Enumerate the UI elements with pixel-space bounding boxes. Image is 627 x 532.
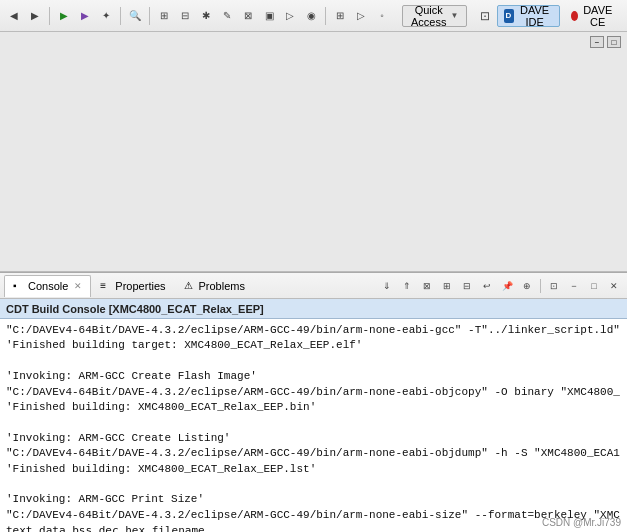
icon-a[interactable]: ⊞ bbox=[154, 6, 174, 26]
console-title: CDT Build Console [XMC4800_ECAT_Relax_EE… bbox=[6, 303, 264, 315]
output-line-10: text data bss dec hex filename bbox=[6, 523, 621, 532]
console-maximize-button[interactable]: □ bbox=[585, 277, 603, 295]
properties-tab-label: Properties bbox=[115, 280, 165, 292]
console-tab-label: Console bbox=[28, 280, 68, 292]
wrap-button[interactable]: ↩ bbox=[478, 277, 496, 295]
minimize-button[interactable]: − bbox=[590, 36, 604, 48]
console-tab-close[interactable]: ✕ bbox=[74, 281, 82, 291]
console-sep bbox=[540, 279, 541, 293]
quick-access-button[interactable]: Quick Access ▼ bbox=[402, 5, 467, 27]
problems-tab-icon: ⚠ bbox=[184, 280, 196, 292]
icon-h[interactable]: ◉ bbox=[301, 6, 321, 26]
console-minimize-button[interactable]: − bbox=[565, 277, 583, 295]
dave-ide-tab[interactable]: D DAVE IDE bbox=[497, 5, 560, 27]
new-console-button[interactable]: ⊕ bbox=[518, 277, 536, 295]
console-title-bar: CDT Build Console [XMC4800_ECAT_Relax_EE… bbox=[0, 299, 627, 319]
search-icon[interactable]: 🔍 bbox=[125, 6, 145, 26]
console-output[interactable]: "C:/DAVEv4-64Bit/DAVE-4.3.2/eclipse/ARM-… bbox=[0, 319, 627, 532]
icon-e[interactable]: ⊠ bbox=[238, 6, 258, 26]
problems-tab-label: Problems bbox=[199, 280, 245, 292]
output-line-5: 'Invoking: ARM-GCC Create Listing' bbox=[6, 431, 621, 446]
output-line-blank1 bbox=[6, 354, 621, 369]
output-line-4: 'Finished building: XMC4800_ECAT_Relax_E… bbox=[6, 400, 621, 415]
output-line-7: 'Finished building: XMC4800_ECAT_Relax_E… bbox=[6, 462, 621, 477]
clear-button[interactable]: ⊠ bbox=[418, 277, 436, 295]
dave-ce-tab[interactable]: DAVE CE bbox=[564, 5, 622, 27]
toolbar-icons-group: ◀ ▶ ▶ ▶ ✦ 🔍 ⊞ ⊟ ✱ ✎ ⊠ ▣ ▷ ◉ ⊞ ▷ ◦ bbox=[4, 6, 392, 26]
sep-3 bbox=[149, 7, 150, 25]
perspective-icon[interactable]: ⊡ bbox=[477, 6, 492, 26]
forward-icon[interactable]: ▶ bbox=[25, 6, 45, 26]
output-line-blank2 bbox=[6, 415, 621, 430]
maximize-button[interactable]: □ bbox=[607, 36, 621, 48]
dave-ide-label: DAVE IDE bbox=[517, 4, 553, 28]
sep-1 bbox=[49, 7, 50, 25]
console-layout-button[interactable]: ⊡ bbox=[545, 277, 563, 295]
quick-access-label: Quick Access bbox=[411, 4, 446, 28]
back-icon[interactable]: ◀ bbox=[4, 6, 24, 26]
icon-g[interactable]: ▷ bbox=[280, 6, 300, 26]
console-action-buttons: ⇓ ⇑ ⊠ ⊞ ⊟ ↩ 📌 ⊕ ⊡ − □ ✕ bbox=[378, 277, 623, 295]
sep-2 bbox=[120, 7, 121, 25]
copy-button[interactable]: ⊞ bbox=[438, 277, 456, 295]
console-close-button[interactable]: ✕ bbox=[605, 277, 623, 295]
properties-tab-icon: ≡ bbox=[100, 280, 112, 292]
run-icon[interactable]: ▶ bbox=[54, 6, 74, 26]
output-line-6: "C:/DAVEv4-64Bit/DAVE-4.3.2/eclipse/ARM-… bbox=[6, 446, 621, 461]
tab-problems[interactable]: ⚠ Problems bbox=[175, 275, 254, 297]
dave-ide-icon: D bbox=[504, 9, 514, 23]
icon-k[interactable]: ◦ bbox=[372, 6, 392, 26]
main-content-area: − □ bbox=[0, 32, 627, 272]
output-line-3: "C:/DAVEv4-64Bit/DAVE-4.3.2/eclipse/ARM-… bbox=[6, 385, 621, 400]
console-panel: ▪ Console ✕ ≡ Properties ⚠ Problems ⇓ ⇑ … bbox=[0, 272, 627, 532]
sep-4 bbox=[325, 7, 326, 25]
icon-j[interactable]: ▷ bbox=[351, 6, 371, 26]
scroll-lock-button[interactable]: ⇓ bbox=[378, 277, 396, 295]
tab-console[interactable]: ▪ Console ✕ bbox=[4, 275, 91, 297]
filter-button[interactable]: ⊟ bbox=[458, 277, 476, 295]
icon-d[interactable]: ✎ bbox=[217, 6, 237, 26]
output-line-9: "C:/DAVEv4-64Bit/DAVE-4.3.2/eclipse/ARM-… bbox=[6, 508, 621, 523]
output-line-0: "C:/DAVEv4-64Bit/DAVE-4.3.2/eclipse/ARM-… bbox=[6, 323, 621, 338]
output-line-8: 'Invoking: ARM-GCC Print Size' bbox=[6, 492, 621, 507]
scroll-up-button[interactable]: ⇑ bbox=[398, 277, 416, 295]
run-debug-icon[interactable]: ▶ bbox=[75, 6, 95, 26]
window-controls: − □ bbox=[590, 36, 621, 48]
tab-properties[interactable]: ≡ Properties bbox=[91, 275, 174, 297]
icon-i[interactable]: ⊞ bbox=[330, 6, 350, 26]
pin-button[interactable]: 📌 bbox=[498, 277, 516, 295]
dropdown-arrow-icon: ▼ bbox=[450, 11, 458, 20]
dave-ce-icon bbox=[571, 11, 578, 21]
console-tab-icon: ▪ bbox=[13, 280, 25, 292]
output-line-blank3 bbox=[6, 477, 621, 492]
toolbar-right-group: ⊡ D DAVE IDE DAVE CE Pin Mapping bbox=[477, 5, 627, 27]
icon-f[interactable]: ▣ bbox=[259, 6, 279, 26]
icon-b[interactable]: ⊟ bbox=[175, 6, 195, 26]
icon-c[interactable]: ✱ bbox=[196, 6, 216, 26]
settings-icon-1[interactable]: ✦ bbox=[96, 6, 116, 26]
minimize-icon: − bbox=[595, 38, 600, 47]
maximize-icon: □ bbox=[612, 38, 617, 47]
watermark: CSDN @Mr.Ji739 bbox=[542, 517, 621, 528]
main-toolbar: ◀ ▶ ▶ ▶ ✦ 🔍 ⊞ ⊟ ✱ ✎ ⊠ ▣ ▷ ◉ ⊞ ▷ ◦ Quick … bbox=[0, 0, 627, 32]
dave-ce-label: DAVE CE bbox=[581, 4, 615, 28]
output-line-2: 'Invoking: ARM-GCC Create Flash Image' bbox=[6, 369, 621, 384]
output-line-1: 'Finished building target: XMC4800_ECAT_… bbox=[6, 338, 621, 353]
console-tabs-bar: ▪ Console ✕ ≡ Properties ⚠ Problems ⇓ ⇑ … bbox=[0, 273, 627, 299]
